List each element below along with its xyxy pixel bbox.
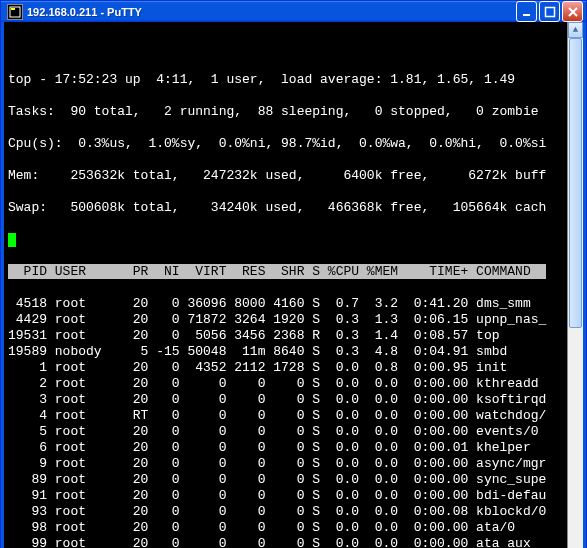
cursor-icon [8,233,16,247]
putty-icon [7,4,23,20]
process-list-header: PID USER PR NI VIRT RES SHR S %CPU %MEM … [8,264,563,280]
process-list: 4518 root 20 0 36096 8000 4160 S 0.7 3.2… [8,296,563,548]
process-row: 9 root 20 0 0 0 0 S 0.0 0.0 0:00.00 asyn… [8,456,563,472]
process-row: 19531 root 20 0 5056 3456 2368 R 0.3 1.4… [8,328,563,344]
cursor-line [8,232,563,248]
top-summary-line5: Swap: 500608k total, 34240k used, 466368… [8,200,563,216]
process-row: 4518 root 20 0 36096 8000 4160 S 0.7 3.2… [8,296,563,312]
minimize-button[interactable] [516,1,537,22]
putty-window: 192.168.0.211 - PuTTY top - 17:52:23 up … [0,0,587,548]
process-row: 4 root RT 0 0 0 0 S 0.0 0.0 0:00.00 watc… [8,408,563,424]
top-summary-line2: Tasks: 90 total, 2 running, 88 sleeping,… [8,104,563,120]
window-frame: top - 17:52:23 up 4:11, 1 user, load ave… [1,22,586,548]
process-row: 19589 nobody 5 -15 50048 11m 8640 S 0.3 … [8,344,563,360]
titlebar[interactable]: 192.168.0.211 - PuTTY [1,1,586,22]
window-title: 192.168.0.211 - PuTTY [27,6,516,18]
process-row: 98 root 20 0 0 0 0 S 0.0 0.0 0:00.00 ata… [8,520,563,536]
scroll-thumb[interactable] [569,38,582,328]
svg-rect-1 [11,8,15,10]
svg-rect-3 [545,7,554,16]
window-buttons [516,1,583,22]
process-row: 6 root 20 0 0 0 0 S 0.0 0.0 0:00.01 khel… [8,440,563,456]
terminal[interactable]: top - 17:52:23 up 4:11, 1 user, load ave… [4,22,583,548]
svg-rect-2 [523,14,530,16]
top-summary-line1: top - 17:52:23 up 4:11, 1 user, load ave… [8,72,563,88]
process-row: 3 root 20 0 0 0 0 S 0.0 0.0 0:00.00 ksof… [8,392,563,408]
maximize-button[interactable] [539,1,560,22]
scroll-up-button[interactable]: ▲ [568,22,583,38]
top-summary-line3: Cpu(s): 0.3%us, 1.0%sy, 0.0%ni, 98.7%id,… [8,136,563,152]
scrollbar[interactable]: ▲ ▼ [567,22,583,548]
process-row: 5 root 20 0 0 0 0 S 0.0 0.0 0:00.00 even… [8,424,563,440]
process-row: 2 root 20 0 0 0 0 S 0.0 0.0 0:00.00 kthr… [8,376,563,392]
top-summary-line4: Mem: 253632k total, 247232k used, 6400k … [8,168,563,184]
process-row: 91 root 20 0 0 0 0 S 0.0 0.0 0:00.00 bdi… [8,488,563,504]
process-row: 99 root 20 0 0 0 0 S 0.0 0.0 0:00.00 ata… [8,536,563,548]
close-button[interactable] [562,1,583,22]
process-row: 93 root 20 0 0 0 0 S 0.0 0.0 0:00.08 kbl… [8,504,563,520]
process-row: 89 root 20 0 0 0 0 S 0.0 0.0 0:00.00 syn… [8,472,563,488]
scroll-track[interactable] [568,38,583,548]
process-row: 4429 root 20 0 71872 3264 1920 S 0.3 1.3… [8,312,563,328]
process-row: 1 root 20 0 4352 2112 1728 S 0.0 0.8 0:0… [8,360,563,376]
